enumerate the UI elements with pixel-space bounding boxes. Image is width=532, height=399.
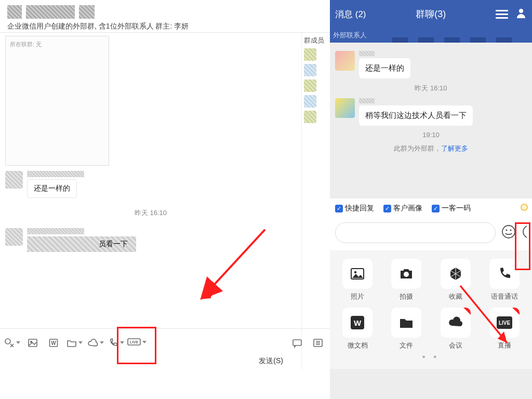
svg-point-0: [5, 339, 10, 344]
customer-profile-option[interactable]: ✓客户画像: [383, 204, 422, 213]
chat-body: 所在联群: 无 还是一样的 昨天 16:10 员看一下: [0, 32, 330, 370]
redacted-name: [359, 98, 375, 103]
avatar: [5, 228, 23, 246]
svg-point-18: [354, 271, 356, 273]
message-row: 员看一下: [5, 228, 296, 252]
avatar[interactable]: [335, 51, 355, 71]
person-icon[interactable]: [515, 7, 527, 21]
one-code-option[interactable]: ✓一客一码: [432, 204, 471, 213]
grid-meeting[interactable]: 会议: [431, 304, 480, 353]
svg-point-13: [502, 225, 515, 238]
external-group-note: 此群为外部群，了解更多: [335, 144, 527, 153]
cloud-icon[interactable]: [89, 337, 101, 349]
member-avatar[interactable]: [304, 95, 316, 108]
svg-text:LIVE: LIVE: [499, 320, 511, 326]
redacted-name: [27, 228, 84, 234]
svg-point-15: [510, 229, 511, 231]
svg-text:W: W: [354, 318, 362, 327]
time-separator: 昨天 16:10: [5, 208, 296, 218]
time-separator: 19:10: [335, 131, 527, 139]
grid-wdoc[interactable]: W 微文档: [333, 304, 382, 353]
svg-point-16: [523, 225, 527, 238]
page-dots: ● ●: [333, 353, 529, 360]
new-corner-badge: [512, 308, 520, 315]
svg-point-19: [404, 272, 409, 277]
learn-more-link[interactable]: 了解更多: [441, 144, 468, 152]
attachment-grid: 照片 拍摄 收藏 语音通话 W 微文档 文件: [330, 250, 532, 369]
quick-options-bar: ✓快捷回复 ✓客户画像 ✓一客一码: [330, 198, 532, 218]
members-title: 群成员: [304, 36, 328, 45]
partially-redacted-bubble: 员看一下: [27, 236, 136, 252]
image-icon[interactable]: [27, 337, 38, 349]
svg-rect-7: [293, 340, 301, 345]
panel-note: 所在联群: 无: [10, 41, 42, 47]
compose-toolbar: W LIVE: [0, 328, 330, 356]
desktop-chat-pane: 企业微信用户创建的外部群, 含1位外部联系人 群主: 李妍 所在联群: 无 还是…: [0, 0, 330, 399]
member-avatar[interactable]: [304, 64, 316, 76]
new-corner-badge: [463, 308, 471, 315]
mobile-header: 消息 (2) 群聊(3): [330, 0, 532, 28]
redacted-name: [27, 171, 84, 177]
message-bubble: 还是一样的: [27, 179, 77, 198]
grid-live[interactable]: LIVE 直播: [480, 304, 529, 353]
time-separator: 昨天 16:10: [335, 84, 527, 93]
grid-file[interactable]: 文件: [382, 304, 431, 353]
chat-header: 企业微信用户创建的外部群, 含1位外部联系人 群主: 李妍: [0, 0, 330, 32]
redacted-name: [359, 51, 375, 56]
message-bubble: 稍等我们这边技术人员看一下: [359, 105, 473, 126]
message-row: 还是一样的: [335, 51, 527, 78]
message-bubble: 还是一样的: [359, 58, 410, 78]
new-badge: [521, 204, 528, 211]
tab-messages[interactable]: 消息 (2): [335, 8, 366, 20]
member-avatar[interactable]: [304, 79, 316, 92]
svg-point-12: [519, 9, 523, 13]
mobile-input-bar: [330, 218, 532, 250]
chat-subtitle: 企业微信用户创建的外部群, 含1位外部联系人 群主: 李妍: [7, 22, 323, 31]
svg-text:W: W: [51, 340, 56, 346]
menu-icon[interactable]: [496, 8, 508, 20]
message-row: 稍等我们这边技术人员看一下: [335, 98, 527, 126]
mobile-chat-pane: 消息 (2) 群聊(3) 外部联系人 还是一样的 昨天 16:10 稍等我们这边…: [330, 0, 532, 399]
chat-title-row: [7, 5, 323, 19]
message-row: 还是一样的: [5, 171, 296, 198]
redacted-block: [26, 5, 75, 19]
send-row: 发送(S): [0, 356, 330, 370]
quote-icon[interactable]: [291, 337, 303, 349]
screenshot-icon[interactable]: [6, 337, 18, 349]
more-icon[interactable]: [522, 224, 527, 242]
avatar: [5, 171, 23, 189]
member-avatar[interactable]: [304, 111, 316, 123]
message-input[interactable]: [335, 222, 496, 243]
folder-icon[interactable]: [69, 337, 80, 349]
avatar[interactable]: [335, 98, 355, 118]
redacted-block: [79, 5, 95, 19]
quoted-panel: 所在联群: 无: [5, 36, 109, 166]
redacted-block: [7, 5, 22, 19]
send-hint[interactable]: 发送(S): [259, 356, 283, 365]
grid-voice-call[interactable]: 语音通话: [480, 256, 529, 304]
emoji-icon[interactable]: [501, 224, 516, 242]
mobile-chat-scroll[interactable]: 还是一样的 昨天 16:10 稍等我们这边技术人员看一下 19:10 此群为外部…: [330, 43, 532, 198]
grid-favorite[interactable]: 收藏: [431, 256, 480, 304]
svg-point-14: [506, 229, 507, 231]
members-sidebar: 群成员: [301, 33, 330, 370]
quick-reply-option[interactable]: ✓快捷回复: [335, 204, 374, 213]
band-text: 外部联系人: [333, 31, 367, 40]
grid-photo[interactable]: 照片: [333, 256, 382, 304]
grid-shoot[interactable]: 拍摄: [382, 256, 431, 304]
list-icon[interactable]: [312, 337, 324, 349]
tab-groupchat[interactable]: 群聊(3): [366, 8, 496, 20]
chat-scroll-area[interactable]: 所在联群: 无 还是一样的 昨天 16:10 员看一下: [0, 33, 301, 370]
wdoc-icon[interactable]: W: [48, 337, 59, 349]
member-avatar[interactable]: [304, 48, 316, 61]
external-contact-band: 外部联系人: [330, 28, 532, 43]
